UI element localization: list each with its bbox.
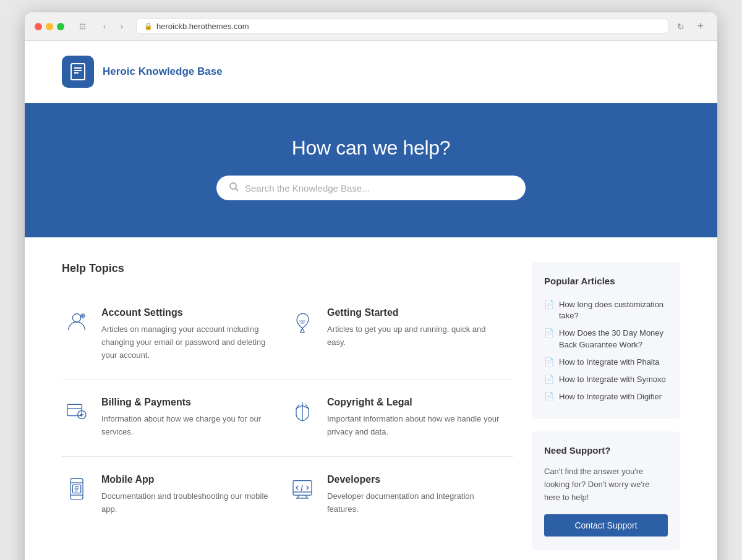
legal-desc: Important information about how we handl… [327, 413, 501, 439]
billing-title: Billing & Payments [101, 397, 275, 408]
developers-desc: Developer documentation and integration … [327, 490, 501, 516]
url-text: heroickb.herothemes.com [156, 22, 249, 31]
logo-text: Heroic Knowledge Base [103, 65, 223, 78]
getting-started-desc: Articles to get you up and running, quic… [327, 323, 501, 349]
article-icon-1: 📄 [544, 300, 554, 309]
topics-grid: Account Settings Articles on managing yo… [62, 290, 513, 533]
svg-rect-0 [71, 64, 85, 80]
sidebar: Popular Articles 📄 How long does customi… [532, 262, 680, 560]
article-link-3: How to Integrate with Phaita [559, 357, 660, 368]
section-title: Help Topics [62, 262, 513, 275]
topic-developers[interactable]: Developers Developer documentation and i… [288, 457, 513, 533]
getting-started-info: Getting Started Articles to get you up a… [327, 307, 501, 349]
topic-getting-started[interactable]: Getting Started Articles to get you up a… [288, 290, 513, 380]
topic-legal[interactable]: Copyright & Legal Important information … [288, 380, 513, 457]
svg-rect-15 [67, 405, 82, 416]
topic-billing[interactable]: Billing & Payments Information about how… [62, 380, 288, 457]
search-icon [229, 182, 239, 194]
contact-support-button[interactable]: Contact Support [544, 514, 668, 537]
topic-account-settings[interactable]: Account Settings Articles on managing yo… [62, 290, 288, 380]
article-icon-2: 📄 [544, 328, 554, 337]
nav-arrows: ‹ › [96, 20, 130, 33]
mobile-icon [62, 474, 92, 504]
reload-button[interactable]: ↻ [675, 19, 687, 34]
minimize-button[interactable] [46, 23, 53, 30]
svg-line-5 [236, 189, 238, 191]
article-icon-4: 📄 [544, 375, 554, 384]
close-button[interactable] [35, 23, 42, 30]
getting-started-title: Getting Started [327, 307, 501, 318]
article-item-3[interactable]: 📄 How to Integrate with Phaita [544, 354, 668, 371]
svg-line-31 [297, 495, 299, 498]
support-description: Can't find the answer you're looking for… [544, 465, 668, 504]
mobile-desc: Documentation and troubleshooting our mo… [101, 490, 275, 516]
article-link-5: How to Integrate with Digifier [559, 391, 662, 402]
article-item-2[interactable]: 📄 How Does the 30 Day Money Back Guarant… [544, 325, 668, 353]
search-input[interactable] [245, 183, 513, 193]
billing-icon [62, 397, 92, 426]
account-settings-desc: Articles on managing your account includ… [101, 323, 275, 362]
legal-info: Copyright & Legal Important information … [327, 397, 501, 439]
topic-mobile[interactable]: Mobile App Documentation and troubleshoo… [62, 457, 288, 533]
back-button[interactable]: ‹ [96, 20, 113, 33]
account-settings-icon [62, 307, 92, 337]
mobile-info: Mobile App Documentation and troubleshoo… [101, 474, 275, 516]
page-content: Heroic Knowledge Base How can we help? H… [25, 41, 717, 560]
main-content: Help Topics [25, 237, 717, 560]
logo-area: Heroic Knowledge Base [62, 56, 680, 88]
browser-toolbar: ⊡ ‹ › 🔒 heroickb.herothemes.com ↻ + [25, 12, 717, 41]
developers-title: Developers [327, 474, 501, 485]
support-title: Need Support? [544, 445, 668, 456]
logo-icon [62, 56, 94, 88]
account-settings-title: Account Settings [101, 307, 275, 318]
site-header: Heroic Knowledge Base [25, 41, 717, 103]
popular-articles-title: Popular Articles [544, 276, 668, 286]
developers-icon [288, 474, 317, 504]
legal-title: Copyright & Legal [327, 397, 501, 408]
sidebar-toggle-button[interactable]: ⊡ [74, 20, 90, 33]
hero-title: How can we help? [62, 137, 680, 159]
address-bar[interactable]: 🔒 heroickb.herothemes.com [136, 19, 668, 34]
lock-icon: 🔒 [144, 22, 153, 30]
traffic-lights [35, 23, 64, 30]
new-tab-button[interactable]: + [693, 19, 707, 34]
svg-point-4 [230, 183, 236, 189]
article-link-2: How Does the 30 Day Money Back Guarantee… [559, 328, 668, 350]
article-item-5[interactable]: 📄 How to Integrate with Digifier [544, 388, 668, 405]
svg-point-6 [72, 314, 80, 322]
article-item-4[interactable]: 📄 How to Integrate with Symoxo [544, 371, 668, 388]
hero-section: How can we help? [25, 103, 717, 237]
billing-desc: Information about how we charge you for … [101, 413, 275, 439]
svg-line-11 [302, 328, 304, 333]
article-item-1[interactable]: 📄 How long does customization take? [544, 296, 668, 325]
svg-line-32 [305, 495, 307, 498]
article-icon-5: 📄 [544, 392, 554, 401]
billing-info: Billing & Payments Information about how… [101, 397, 275, 439]
article-icon-3: 📄 [544, 357, 554, 367]
maximize-button[interactable] [57, 23, 64, 30]
article-link-4: How to Integrate with Symoxo [559, 374, 666, 385]
popular-articles-card: Popular Articles 📄 How long does customi… [532, 262, 680, 419]
account-settings-info: Account Settings Articles on managing yo… [101, 307, 275, 362]
developers-info: Developers Developer documentation and i… [327, 474, 501, 516]
browser-controls: ⊡ [74, 20, 90, 33]
search-bar[interactable] [216, 176, 526, 200]
browser-window: ⊡ ‹ › 🔒 heroickb.herothemes.com ↻ + [25, 12, 717, 560]
legal-icon [288, 397, 317, 426]
support-card: Need Support? Can't find the answer you'… [532, 431, 680, 549]
topics-section: Help Topics [62, 262, 513, 560]
getting-started-icon [288, 307, 317, 337]
mobile-title: Mobile App [101, 474, 275, 485]
forward-button[interactable]: › [114, 20, 130, 33]
svg-line-10 [301, 328, 302, 333]
article-link-1: How long does customization take? [559, 299, 668, 321]
